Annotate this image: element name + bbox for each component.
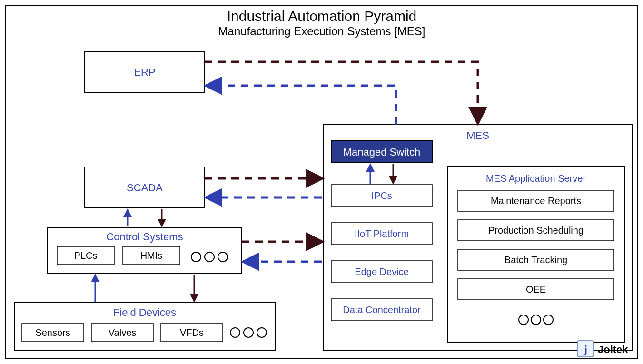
mes-left-item-label: IPCs xyxy=(371,190,392,201)
mes-app-item-label: Batch Tracking xyxy=(505,255,567,265)
mes-left-item-label: Data Concentrator xyxy=(343,305,421,315)
diagram-title: Industrial Automation Pyramid xyxy=(227,8,417,24)
brand-label: Joltek xyxy=(598,344,628,355)
managed-switch-label: Managed Switch xyxy=(343,146,421,158)
control-hmis-label: HMIs xyxy=(140,250,163,261)
mes-title: MES xyxy=(466,129,489,141)
field-vfds-label: VFDs xyxy=(180,327,204,338)
scada-label: SCADA xyxy=(127,182,163,194)
mes-app-item-label: Maintenance Reports xyxy=(491,196,581,206)
control-systems-title: Control Systems xyxy=(106,231,183,243)
control-plcs-label: PLCs xyxy=(74,250,98,261)
field-valves-label: Valves xyxy=(109,327,137,338)
svg-text:j: j xyxy=(583,343,587,355)
diagram-subtitle: Manufacturing Execution Systems [MES] xyxy=(218,25,425,38)
mes-left-item-label: IIoT Platform xyxy=(355,228,409,239)
erp-label: ERP xyxy=(134,66,155,78)
mes-app-item-label: OEE xyxy=(526,284,546,295)
brand-logo: j Joltek xyxy=(577,341,628,357)
mes-app-item-label: Production Scheduling xyxy=(488,225,584,236)
field-sensors-label: Sensors xyxy=(35,327,70,338)
field-devices-title: Field Devices xyxy=(113,306,176,318)
mes-app-server-title: MES Application Server xyxy=(486,173,586,184)
mes-left-item-label: Edge Device xyxy=(355,266,408,277)
